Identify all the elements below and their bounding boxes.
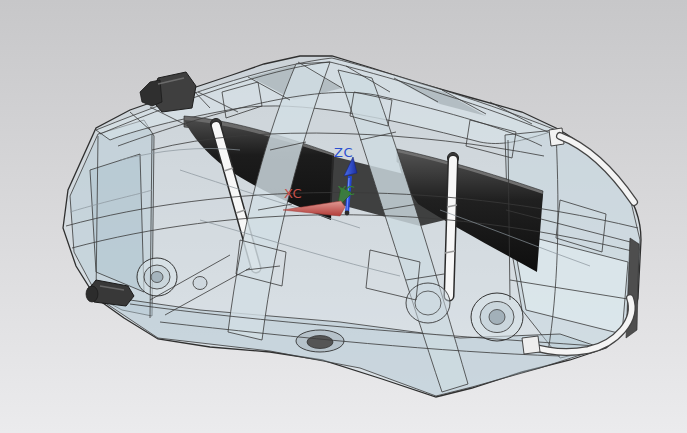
triad-origin[interactable] — [345, 211, 350, 216]
piston-bore-right[interactable] — [471, 293, 523, 341]
piston-bore-mid[interactable] — [406, 283, 450, 323]
3d-viewport[interactable]: ZC YC XC — [0, 0, 687, 433]
line-fitting — [522, 336, 540, 354]
y-axis-label: YC — [337, 183, 355, 198]
piston-bore-left[interactable] — [137, 258, 177, 296]
cad-window: ZC YC XC — [0, 0, 687, 433]
cylinder-boss — [296, 330, 344, 352]
x-axis-label: XC — [284, 186, 302, 201]
small-bore[interactable] — [193, 277, 207, 290]
z-axis-label: ZC — [334, 145, 353, 160]
